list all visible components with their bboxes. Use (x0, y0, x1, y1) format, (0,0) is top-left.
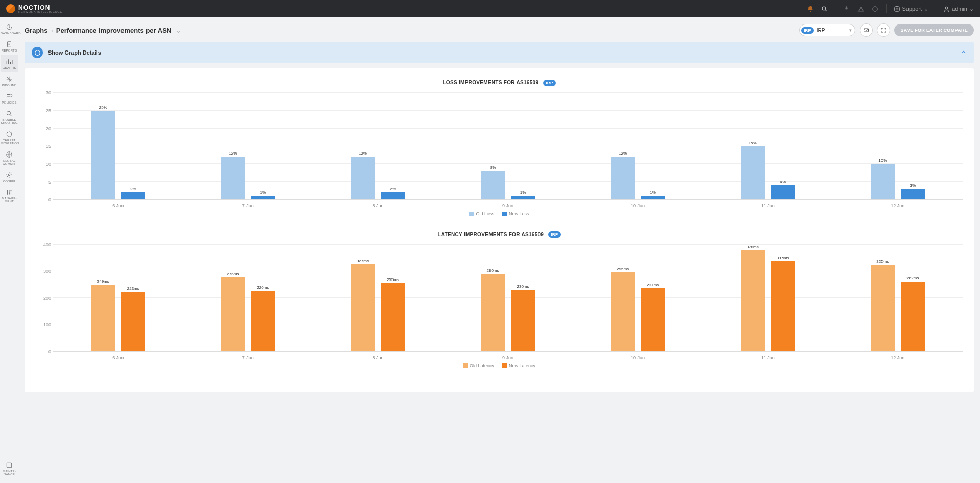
chart-panel: LOSS IMPROVEMENTS FOR AS16509 IRP0510152… (24, 68, 974, 392)
instance-selector[interactable]: IRP IRP ▾ (799, 24, 855, 36)
chat-icon[interactable] (872, 5, 879, 12)
bar-value-label: 8% (490, 165, 496, 170)
search-icon[interactable] (821, 5, 828, 12)
bar[interactable]: 255ms (381, 245, 405, 351)
x-tick: 11 Jun (703, 352, 833, 360)
x-tick: 8 Jun (313, 200, 443, 208)
bell-icon[interactable] (807, 5, 814, 12)
y-tick: 400 (43, 242, 51, 247)
sidebar-item-label: THREAT MITIGATION (1, 139, 19, 145)
bar[interactable]: 223ms (121, 245, 145, 351)
legend-item[interactable]: Old Latency (463, 363, 494, 368)
sidebar-item-management[interactable]: MANAGE- MENT (1, 186, 18, 206)
sidebar-item-graphs[interactable]: GRAPHS (1, 55, 18, 72)
selector-value: IRP (817, 28, 825, 33)
bar-group: 12%1% (573, 93, 703, 199)
fullscreen-button[interactable] (877, 23, 890, 37)
bar[interactable]: 290ms (481, 245, 505, 351)
support-menu[interactable]: Support ⌄ (894, 6, 929, 12)
chevron-down-icon: ▾ (849, 28, 852, 33)
legend: Old LossNew Loss (36, 211, 963, 217)
irp-badge: IRP (543, 80, 555, 86)
bar[interactable]: 3% (901, 93, 925, 199)
bar-group: 378ms337ms (703, 245, 833, 351)
bar[interactable]: 327ms (351, 245, 375, 351)
legend-swatch (463, 363, 468, 368)
sidebar-item-reports[interactable]: REPORTS (1, 38, 18, 55)
bar[interactable]: 25% (91, 93, 115, 199)
bar[interactable]: 226ms (251, 245, 275, 351)
sidebar-item-dashboard[interactable]: DASHBOARD (1, 20, 18, 38)
email-button[interactable] (860, 23, 873, 37)
sidebar-item-policies[interactable]: POLICIES (1, 90, 18, 107)
chevron-down-icon[interactable]: ⌄ (176, 27, 181, 34)
bar[interactable]: 12% (351, 93, 375, 199)
breadcrumb-page: Performance Improvements per ASN (56, 27, 172, 34)
x-tick: 12 Jun (832, 200, 963, 208)
sidebar-item-commit[interactable]: GLOBAL COMMIT (1, 148, 18, 168)
warning-icon[interactable] (857, 5, 865, 12)
bar-value-label: 223ms (127, 286, 139, 291)
y-tick: 100 (43, 322, 51, 327)
bar[interactable]: 262ms (901, 245, 925, 351)
bar[interactable]: 276ms (221, 245, 245, 351)
sidebar-item-label: DASHBOARD (1, 32, 21, 35)
bar-value-label: 290ms (487, 268, 499, 273)
bar[interactable]: 12% (611, 93, 635, 199)
bar[interactable]: 249ms (91, 245, 115, 351)
legend-label: Old Latency (470, 363, 494, 368)
bar[interactable]: 378ms (741, 245, 765, 351)
user-menu[interactable]: admin ⌄ (943, 6, 974, 12)
bar[interactable]: 4% (771, 93, 795, 199)
sidebar-item-label: POLICIES (2, 101, 16, 104)
bar[interactable]: 1% (511, 93, 535, 199)
sidebar-item-label: INBOUND (2, 84, 16, 87)
sidebar-item-inbound[interactable]: INBOUND (1, 72, 18, 90)
x-tick: 7 Jun (183, 200, 313, 208)
legend-swatch (502, 363, 507, 368)
x-tick: 9 Jun (443, 200, 573, 208)
bar[interactable]: 12% (221, 93, 245, 199)
sidebar-item-config[interactable]: CONFIG (1, 168, 18, 186)
bar-group: 290ms230ms (443, 245, 573, 351)
bar[interactable]: 8% (481, 93, 505, 199)
bar-group: 249ms223ms (53, 245, 183, 351)
chart-title: LATENCY IMPROVEMENTS FOR AS16509 IRP (437, 232, 560, 237)
bar[interactable]: 230ms (511, 245, 535, 351)
x-tick: 9 Jun (443, 352, 573, 360)
bar[interactable]: 1% (641, 93, 665, 199)
x-tick: 10 Jun (573, 352, 703, 360)
breadcrumb-root[interactable]: Graphs (24, 27, 48, 34)
legend-item[interactable]: Old Loss (469, 211, 494, 216)
bar[interactable]: 10% (871, 93, 895, 199)
bar[interactable]: 2% (121, 93, 145, 199)
bar-value-label: 255ms (387, 277, 399, 282)
graph-details-toggle[interactable]: Show Graph Details (24, 42, 974, 63)
sidebar-item-label: TROUBLE- SHOOTING (1, 118, 18, 124)
save-compare-button[interactable]: SAVE FOR LATER COMPARE (894, 24, 974, 36)
sidebar-item-troubleshooting[interactable]: TROUBLE- SHOOTING (1, 107, 18, 128)
x-tick: 10 Jun (573, 200, 703, 208)
legend-item[interactable]: New Latency (502, 363, 535, 368)
svg-point-9 (7, 191, 8, 192)
separator (886, 4, 887, 13)
bar[interactable]: 237ms (641, 245, 665, 351)
bar-value-label: 325ms (876, 259, 889, 264)
bar[interactable]: 15% (741, 93, 765, 199)
bar-value-label: 1% (650, 190, 656, 195)
svg-point-6 (7, 111, 10, 115)
bar[interactable]: 325ms (871, 245, 895, 351)
legend-item[interactable]: New Loss (502, 211, 529, 216)
svg-point-0 (822, 7, 826, 10)
bar[interactable]: 1% (251, 93, 275, 199)
y-tick: 30 (46, 90, 51, 95)
bar[interactable]: 337ms (771, 245, 795, 351)
bar[interactable]: 2% (381, 93, 405, 199)
svg-point-8 (8, 174, 10, 176)
bar-value-label: 12% (229, 151, 237, 156)
flame-icon[interactable] (843, 5, 850, 12)
bar[interactable]: 295ms (611, 245, 635, 351)
y-tick: 15 (46, 144, 51, 149)
sidebar-item-threat[interactable]: THREAT MITIGATION (1, 128, 18, 148)
logo[interactable]: NOCTION NETWORK INTELLIGENCE (6, 4, 62, 13)
